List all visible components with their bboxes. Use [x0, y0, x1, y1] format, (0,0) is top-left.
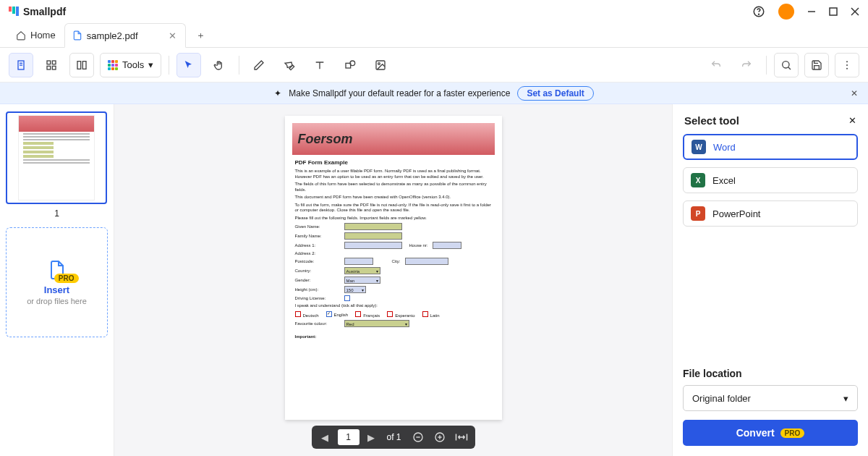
chevron-down-icon: ▾ [148, 59, 153, 70]
image-tool-button[interactable] [368, 53, 393, 77]
page-thumbnail[interactable] [6, 111, 107, 204]
svg-point-26 [846, 67, 848, 69]
address1-field[interactable] [344, 242, 402, 249]
tools-dropdown[interactable]: Tools ▾ [100, 53, 161, 77]
pdf-page: Foersom PDF Form Example This is an exam… [285, 116, 502, 420]
doc-p5: Please fill out the following fields. Im… [295, 216, 492, 221]
view-grid-button[interactable] [39, 53, 64, 77]
svg-rect-15 [52, 66, 56, 69]
undo-button[interactable] [704, 53, 728, 77]
favcolor-select[interactable]: Red [344, 320, 409, 327]
tabs-row: Home sample2.pdf ✕ ＋ [0, 23, 868, 48]
shape-tool-button[interactable] [338, 53, 362, 77]
svg-rect-17 [82, 61, 86, 69]
set-default-button[interactable]: Set as Default [517, 86, 593, 101]
home-tab[interactable]: Home [7, 23, 64, 48]
thumb-page-number: 1 [6, 208, 108, 219]
hand-tool-button[interactable] [207, 53, 231, 77]
svg-rect-13 [52, 61, 56, 64]
given-name-field[interactable] [344, 223, 402, 230]
houseno-field[interactable] [433, 242, 461, 249]
redo-button[interactable] [734, 53, 759, 77]
thumbnail-sidebar: 1 PRO Insert or drop files here [0, 104, 114, 456]
svg-point-22 [783, 61, 789, 67]
doc-p3: This document and PDF form have been cre… [295, 195, 492, 200]
sparkle-icon: ✦ [274, 88, 281, 98]
pro-badge: PRO [780, 428, 805, 438]
panel-title: Select tool [684, 114, 739, 127]
svg-line-23 [788, 67, 791, 69]
close-tab-icon[interactable]: ✕ [169, 30, 176, 41]
pencil-tool-button[interactable] [247, 53, 271, 77]
cursor-tool-button[interactable] [176, 53, 201, 77]
default-reader-banner: ✦ Make Smallpdf your default reader for … [0, 83, 868, 104]
svg-rect-14 [47, 66, 51, 69]
save-button[interactable] [804, 53, 829, 77]
svg-rect-16 [77, 61, 81, 69]
svg-rect-0 [9, 7, 12, 12]
doc-p2: The fields of this form have been select… [295, 182, 492, 193]
home-label: Home [30, 30, 56, 41]
license-checkbox[interactable] [344, 295, 350, 301]
fit-width-button[interactable] [452, 428, 471, 446]
height-field[interactable]: 150 [344, 286, 366, 293]
search-button[interactable] [774, 53, 799, 77]
page-input[interactable] [337, 429, 359, 445]
page-navigator: ◀ ▶ of 1 [311, 426, 475, 449]
tool-option-powerpoint[interactable]: P PowerPoint [683, 200, 858, 227]
country-select[interactable]: Austria [344, 267, 380, 274]
zoom-out-button[interactable] [409, 428, 427, 446]
svg-rect-12 [47, 61, 51, 64]
view-single-button[interactable] [9, 53, 33, 77]
convert-panel: Select tool ✕ W Word X Excel P PowerPoin… [672, 104, 868, 456]
tools-label: Tools [122, 59, 144, 70]
titlebar: Smallpdf [0, 0, 868, 23]
doc-p1: This is an example of a user fillable PD… [295, 169, 492, 180]
svg-point-21 [378, 62, 380, 64]
new-tab-button[interactable]: ＋ [186, 29, 216, 42]
insert-label: Insert [44, 284, 69, 295]
svg-rect-1 [12, 7, 15, 14]
city-field[interactable] [405, 258, 448, 265]
file-location-dropdown[interactable]: Original folder ▾ [683, 385, 858, 411]
family-name-field[interactable] [344, 232, 402, 240]
tool-option-word[interactable]: W Word [683, 134, 858, 160]
powerpoint-icon: P [691, 206, 705, 221]
close-banner-icon[interactable]: ✕ [851, 88, 858, 98]
close-panel-icon[interactable]: ✕ [848, 115, 856, 126]
gender-select[interactable]: Man [344, 276, 380, 284]
word-icon: W [692, 140, 706, 154]
highlighter-tool-button[interactable] [277, 53, 302, 77]
file-location-heading: File location [683, 368, 858, 379]
app-logo [9, 7, 19, 17]
window-maximize-icon[interactable] [829, 7, 838, 16]
page-of-label: of 1 [386, 432, 401, 442]
doc-p4: To fill out the form, make sure the PDF … [295, 203, 492, 214]
file-tab-label: sample2.pdf [87, 30, 138, 41]
chevron-down-icon: ▾ [843, 393, 848, 404]
avatar[interactable] [778, 4, 794, 20]
tool-option-excel[interactable]: X Excel [683, 167, 858, 193]
more-button[interactable] [835, 53, 859, 77]
doc-brand: Foersom [298, 132, 353, 147]
window-close-icon[interactable] [851, 7, 859, 16]
insert-hint: or drop files here [27, 297, 87, 305]
insert-dropzone[interactable]: PRO Insert or drop files here [6, 227, 108, 337]
text-tool-button[interactable] [307, 53, 332, 77]
app-brand: Smallpdf [23, 6, 66, 17]
next-page-button[interactable]: ▶ [362, 428, 380, 446]
pro-badge: PRO [54, 274, 79, 283]
svg-rect-6 [830, 8, 837, 15]
excel-icon: X [691, 173, 705, 187]
help-icon[interactable] [752, 5, 765, 18]
view-side-button[interactable] [69, 53, 94, 77]
svg-point-24 [846, 61, 848, 62]
zoom-in-button[interactable] [430, 428, 449, 446]
document-canvas[interactable]: Foersom PDF Form Example This is an exam… [114, 104, 672, 456]
prev-page-button[interactable]: ◀ [315, 428, 334, 446]
postcode-field[interactable] [344, 258, 373, 265]
home-icon [16, 30, 26, 41]
window-minimize-icon[interactable] [807, 7, 816, 16]
convert-button[interactable]: Convert PRO [683, 420, 858, 446]
file-tab[interactable]: sample2.pdf ✕ [64, 23, 186, 48]
